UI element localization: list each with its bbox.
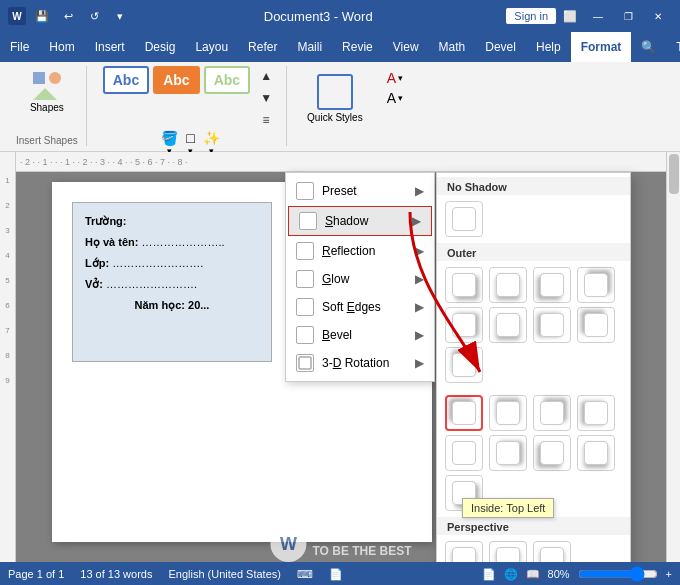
- shadow-inner-tr2: [540, 401, 564, 425]
- menu-mailings[interactable]: Maili: [287, 32, 332, 62]
- zoom-plus-icon[interactable]: +: [666, 568, 672, 580]
- namhoc-label: Năm học: 20...: [135, 299, 210, 311]
- shadow-inner-c: [452, 441, 476, 465]
- style-preview-icon: [317, 74, 353, 110]
- persp-2[interactable]: [489, 541, 527, 562]
- menu-home[interactable]: Hom: [39, 32, 84, 62]
- menu-developer[interactable]: Devel: [475, 32, 526, 62]
- shadow-inner-c-cell[interactable]: [445, 435, 483, 471]
- menu-item-shadow[interactable]: Shadow ▶: [288, 206, 432, 236]
- view-print-icon[interactable]: 📄: [482, 568, 496, 581]
- restore-icon[interactable]: ⬜: [560, 6, 580, 26]
- menu-insert[interactable]: Insert: [85, 32, 135, 62]
- lop-label: Lớp:: [85, 257, 112, 269]
- shadow-inner-r-cell[interactable]: [489, 435, 527, 471]
- menu-tell-me[interactable]: Tell me: [666, 32, 680, 62]
- font-color-btn[interactable]: A ▾: [387, 70, 403, 86]
- soft-edges-arrow: ▶: [415, 300, 424, 314]
- scrollbar[interactable]: [666, 152, 680, 562]
- v-ruler: 1 2 3 4 5 6 7 8 9: [0, 152, 16, 562]
- menu-item-reflection[interactable]: Reflection ▶: [286, 237, 434, 265]
- menu-view[interactable]: View: [383, 32, 429, 62]
- undo-icon[interactable]: ↩: [58, 6, 78, 26]
- svg-marker-2: [33, 88, 57, 100]
- shadow-inner-l-cell[interactable]: [577, 395, 615, 431]
- bevel-label: Bevel: [322, 328, 352, 342]
- shadow-outer-b[interactable]: [489, 267, 527, 303]
- maximize-button[interactable]: ❐: [614, 6, 642, 26]
- shadow-inner-t2: [496, 401, 520, 425]
- shadow-inner-t-cell[interactable]: [489, 395, 527, 431]
- shadow-inner-tl-cell[interactable]: [445, 395, 483, 431]
- menu-file[interactable]: File: [0, 32, 39, 62]
- abc-btn-3[interactable]: Abc: [204, 66, 250, 94]
- menu-help[interactable]: Help: [526, 32, 571, 62]
- menu-item-3d-rotation[interactable]: 3-D Rotation ▶: [286, 349, 434, 377]
- close-button[interactable]: ✕: [644, 6, 672, 26]
- preset-icon: [296, 182, 314, 200]
- ribbon-insert-shapes-content: Shapes: [27, 66, 67, 131]
- 3d-rotation-icon: [296, 354, 314, 372]
- abc-btn-2[interactable]: Abc: [153, 66, 199, 94]
- document-blue-box: Trường: Họ và tên: ………………….. Lớp: …………………: [72, 202, 272, 362]
- preset-label: Preset: [322, 184, 357, 198]
- menu-format[interactable]: Format: [571, 32, 632, 62]
- shadow-outer-bl[interactable]: [533, 267, 571, 303]
- redo-icon[interactable]: ↺: [84, 6, 104, 26]
- quick-styles-button[interactable]: Quick Styles: [303, 70, 367, 127]
- style-up-arrow[interactable]: ▲: [254, 66, 278, 86]
- text-highlight-btn[interactable]: A ▾: [387, 90, 403, 106]
- menu-item-bevel[interactable]: Bevel ▶: [286, 321, 434, 349]
- shadow-none-cell[interactable]: [445, 201, 483, 237]
- 3d-rotation-label: 3-D Rotation: [322, 356, 389, 370]
- menu-references[interactable]: Refer: [238, 32, 287, 62]
- status-page: Page 1 of 1: [8, 568, 64, 580]
- shadow-outer-br[interactable]: [445, 267, 483, 303]
- style-down-arrow[interactable]: ▼: [254, 88, 278, 108]
- shapes-button[interactable]: Shapes: [27, 66, 67, 116]
- bevel-icon: [296, 326, 314, 344]
- menu-review[interactable]: Revie: [332, 32, 383, 62]
- view-web-icon[interactable]: 🌐: [504, 568, 518, 581]
- menu-layout[interactable]: Layou: [185, 32, 238, 62]
- shadow-outer-tl[interactable]: [577, 307, 615, 343]
- style-more-arrow[interactable]: ≡: [254, 110, 278, 130]
- abc-btn-1[interactable]: Abc: [103, 66, 149, 94]
- minimize-button[interactable]: —: [584, 6, 612, 26]
- status-doc-icon: 📄: [329, 568, 343, 581]
- persp-1[interactable]: [445, 541, 483, 562]
- reflection-label: Reflection: [322, 244, 375, 258]
- ruler-6: 6: [5, 301, 9, 310]
- shadow-inner-b-cell[interactable]: [577, 435, 615, 471]
- preset-arrow: ▶: [415, 184, 424, 198]
- inner-shadow-grid: [437, 389, 630, 511]
- ruler-8: 8: [5, 351, 9, 360]
- view-read-icon[interactable]: 📖: [526, 568, 540, 581]
- menu-design[interactable]: Desig: [135, 32, 186, 62]
- shadow-outer-l[interactable]: [533, 307, 571, 343]
- sign-in-button[interactable]: Sign in: [506, 8, 556, 24]
- shadow-inner-tr-cell[interactable]: [533, 395, 571, 431]
- perspective-shadow-label: Perspective: [437, 517, 630, 535]
- ruler-1: 1: [5, 176, 9, 185]
- no-shadow-label: No Shadow: [437, 177, 630, 195]
- menu-item-preset[interactable]: Preset ▶: [286, 177, 434, 205]
- scrollbar-thumb[interactable]: [669, 154, 679, 194]
- shadow-outer-r[interactable]: [445, 307, 483, 343]
- menu-math[interactable]: Math: [429, 32, 476, 62]
- lop-value: …………………….: [112, 257, 203, 269]
- title-bar-left: W 💾 ↩ ↺ ▾: [8, 6, 130, 26]
- truong-label: Trường:: [85, 215, 127, 227]
- zoom-slider[interactable]: [578, 566, 658, 582]
- persp-3[interactable]: [533, 541, 571, 562]
- shadow-inner-bl-cell[interactable]: [533, 435, 571, 471]
- save-icon[interactable]: 💾: [32, 6, 52, 26]
- shadow-outer-t[interactable]: [445, 347, 483, 383]
- shadow-outer-tr[interactable]: [577, 267, 615, 303]
- menu-item-glow[interactable]: Glow ▶: [286, 265, 434, 293]
- menu-item-soft-edges[interactable]: Soft Edges ▶: [286, 293, 434, 321]
- status-keyboard-icon: ⌨: [297, 568, 313, 581]
- menu-search-icon[interactable]: 🔍: [631, 32, 666, 62]
- shadow-outer-b2[interactable]: [489, 307, 527, 343]
- customize-icon[interactable]: ▾: [110, 6, 130, 26]
